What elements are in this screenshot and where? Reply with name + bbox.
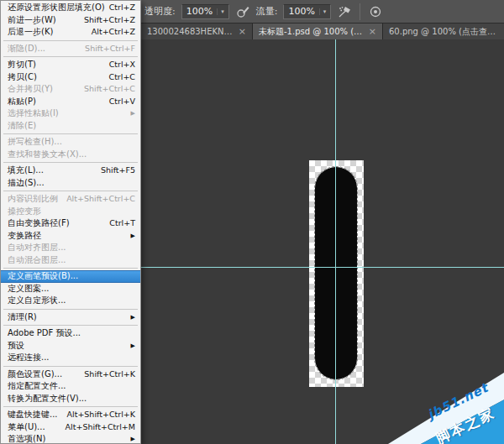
menu-item[interactable]: 内容识别比例Alt+Shift+Ctrl+C — [1, 193, 140, 206]
menu-item[interactable]: 变换路径▶ — [1, 230, 140, 243]
menu-item[interactable]: 后退一步(K)Alt+Ctrl+Z — [1, 26, 140, 39]
menu-item-label: 清除(E) — [8, 120, 36, 133]
tab-title: 60.png @ 100% (点击查..., 将选区... — [389, 26, 498, 38]
menu-item-shortcut: Shift+Ctrl+K — [84, 368, 135, 381]
menu-item-label: 清理(R) — [8, 311, 37, 324]
menu-item[interactable]: 颜色设置(G)...Shift+Ctrl+K — [1, 368, 140, 381]
menu-separator — [3, 56, 138, 57]
airbrush-icon[interactable] — [337, 4, 352, 19]
menu-item-shortcut: Alt+Shift+Ctrl+C — [66, 193, 135, 206]
menu-item[interactable]: 操控变形 — [1, 206, 140, 218]
submenu-arrow-icon: ▶ — [131, 340, 135, 353]
menu-separator — [3, 366, 138, 367]
horizontal-guide[interactable] — [141, 267, 504, 268]
menu-separator — [3, 191, 138, 191]
menu-item[interactable]: 远程连接... — [1, 352, 140, 364]
chevron-down-icon: ▾ — [319, 8, 327, 15]
menu-item[interactable]: 剪切(T)Ctrl+X — [1, 59, 140, 71]
menu-item-label: 转换为配置文件(V)... — [8, 393, 87, 405]
tab-title: 未标题-1.psd @ 100% (矩形 1, RGB/... — [259, 26, 365, 38]
menu-item-label: 渐隐(D)... — [8, 43, 45, 55]
menu-item[interactable]: 自动混合图层... — [1, 254, 140, 267]
menu-item[interactable]: 描边(S)... — [1, 177, 140, 190]
close-icon[interactable]: × — [369, 27, 376, 36]
menu-item[interactable]: 定义自定形状... — [1, 295, 140, 307]
close-icon[interactable]: × — [239, 27, 246, 36]
flow-dropdown[interactable]: 100% ▾ — [283, 4, 331, 19]
toolbar-separator — [360, 3, 360, 20]
menu-separator — [3, 268, 138, 269]
menu-item[interactable]: 合并拷贝(Y)Shift+Ctrl+C — [1, 83, 140, 96]
menu-item-label: 自动混合图层... — [8, 254, 66, 267]
menu-item[interactable]: 菜单(U)...Alt+Shift+Ctrl+M — [1, 421, 140, 434]
menu-separator — [3, 325, 138, 326]
menu-item-shortcut: Ctrl+V — [109, 96, 135, 108]
tab-title: 1300024683HEKN.psd @ 3... — [147, 27, 234, 36]
menu-item[interactable]: 转换为配置文件(V)... — [1, 393, 140, 405]
menu-item-shortcut: Alt+Ctrl+Z — [92, 26, 135, 39]
menu-item[interactable]: 清除(E) — [1, 120, 140, 133]
menu-separator — [3, 40, 138, 41]
menu-item-label: 菜单(U)... — [8, 421, 45, 434]
menu-item-shortcut: Ctrl+Z — [109, 2, 135, 14]
menu-item-label: Adobe PDF 预设... — [8, 327, 81, 340]
menu-item-label: 查找和替换文本(X)... — [8, 149, 87, 161]
menu-item-label: 剪切(T) — [8, 59, 36, 71]
vertical-guide[interactable] — [335, 39, 336, 444]
menu-item-label: 拷贝(C) — [8, 71, 37, 84]
opacity-dropdown[interactable]: 100% ▾ — [181, 4, 229, 19]
menu-item[interactable]: 渐隐(D)...Shift+Ctrl+F — [1, 43, 140, 55]
menu-item-label: 自动对齐图层... — [8, 242, 66, 254]
menu-item[interactable]: 清理(R)▶ — [1, 311, 140, 324]
document-transparency-canvas[interactable] — [309, 160, 364, 387]
menu-item-shortcut: Ctrl+C — [109, 71, 136, 84]
tablet-pressure-size-icon[interactable] — [368, 4, 383, 19]
menu-item[interactable]: 拷贝(C)Ctrl+C — [1, 71, 140, 84]
flow-label: 流量: — [256, 5, 278, 18]
menu-item-label: 键盘快捷键... — [8, 409, 58, 421]
menu-item[interactable]: Adobe PDF 预设... — [1, 327, 140, 340]
submenu-arrow-icon: ▶ — [131, 433, 135, 444]
menu-item-label: 内容识别比例 — [8, 193, 58, 206]
menu-item[interactable]: 查找和替换文本(X)... — [1, 149, 140, 161]
document-tab-2[interactable]: 未标题-1.psd @ 100% (矩形 1, RGB/... × — [253, 24, 383, 39]
menu-item[interactable]: 指定配置文件... — [1, 380, 140, 393]
menu-item[interactable]: 自由变换路径(F)Ctrl+T — [1, 217, 140, 230]
menu-item-label: 变换路径 — [8, 230, 41, 243]
menu-item-label: 定义自定形状... — [8, 295, 66, 307]
menu-item[interactable]: 拼写检查(H)... — [1, 136, 140, 149]
menu-separator — [3, 309, 138, 310]
menu-item[interactable]: 选择性粘贴(I)▶ — [1, 107, 140, 120]
document-tab-1[interactable]: 1300024683HEKN.psd @ 3... × — [141, 24, 253, 39]
menu-item[interactable]: 前进一步(W)Shift+Ctrl+Z — [1, 14, 140, 27]
document-tab-3[interactable]: 60.png @ 100% (点击查..., 将选区... — [383, 24, 504, 39]
menu-item-label: 填充(L)... — [8, 165, 44, 177]
menu-separator — [3, 406, 138, 407]
menu-item[interactable]: 定义图案... — [1, 283, 140, 295]
menu-item-shortcut: Shift+Ctrl+F — [85, 43, 135, 55]
tablet-pressure-opacity-icon[interactable] — [235, 4, 250, 19]
menu-item-label: 后退一步(K) — [8, 26, 53, 39]
menu-item[interactable]: 键盘快捷键...Alt+Shift+Ctrl+K — [1, 409, 140, 421]
menu-item-label: 操控变形 — [8, 206, 41, 218]
menu-item[interactable]: 还原设置形状图层填充(O)Ctrl+Z — [1, 2, 140, 14]
menu-item[interactable]: 定义画笔预设(B)... — [1, 270, 140, 283]
menu-item[interactable]: 填充(L)...Shift+F5 — [1, 165, 140, 177]
menu-item-shortcut: Alt+Shift+Ctrl+K — [67, 409, 135, 421]
canvas-area[interactable]: jb51.net 脚本之家 — [141, 39, 504, 444]
rounded-rectangle-shape[interactable] — [315, 167, 357, 379]
menu-item[interactable]: 首选项(N)▶ — [1, 433, 140, 444]
opacity-value: 100% — [186, 6, 213, 17]
menu-item-label: 拼写检查(H)... — [8, 136, 62, 149]
menu-item-shortcut: Shift+F5 — [101, 165, 135, 177]
menu-item-label: 预设 — [8, 340, 24, 353]
menu-item-label: 首选项(N) — [8, 433, 45, 444]
menu-item-label: 还原设置形状图层填充(O) — [8, 2, 105, 14]
menu-item[interactable]: 预设▶ — [1, 340, 140, 353]
menu-item[interactable]: 粘贴(P)Ctrl+V — [1, 96, 140, 108]
submenu-arrow-icon: ▶ — [131, 107, 135, 120]
menu-item-shortcut: Alt+Shift+Ctrl+M — [66, 421, 135, 434]
opacity-label: 透明度: — [144, 5, 176, 18]
menu-item[interactable]: 自动对齐图层... — [1, 242, 140, 254]
menu-item-label: 描边(S)... — [8, 177, 45, 190]
